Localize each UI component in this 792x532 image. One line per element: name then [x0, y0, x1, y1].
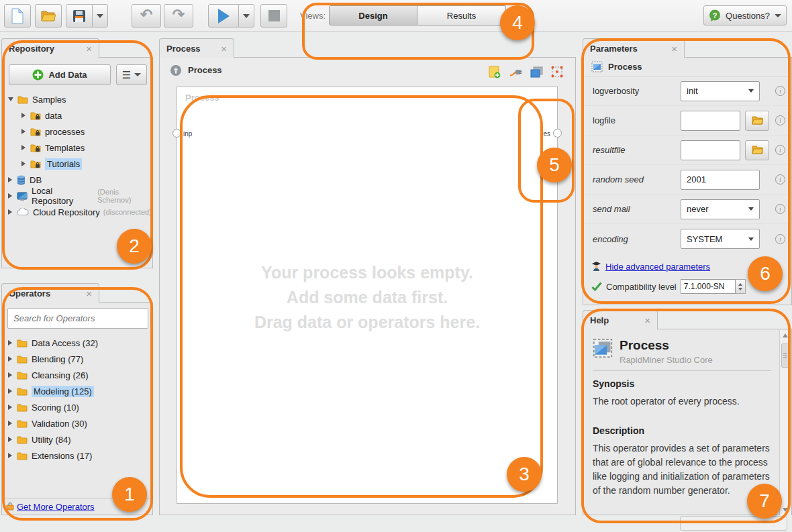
folder-icon [17, 95, 28, 104]
scrollbar-thumb[interactable] [781, 343, 789, 368]
close-icon[interactable]: × [74, 288, 92, 299]
resultfile-browse-button[interactable] [745, 140, 769, 160]
auto-fit-icon[interactable] [550, 65, 564, 78]
repository-menu-button[interactable]: ☰ [116, 64, 147, 85]
info-icon[interactable]: i [775, 174, 785, 184]
open-process-button[interactable] [35, 4, 62, 28]
expander-right-icon[interactable] [8, 405, 12, 410]
tab-parameters[interactable]: Parameters× [583, 38, 685, 58]
add-data-button[interactable]: Add Data [9, 64, 111, 85]
close-icon[interactable]: × [632, 315, 650, 326]
subprocess-layers-icon[interactable] [530, 65, 543, 78]
run-menu-button[interactable] [238, 4, 254, 28]
operator-group-cleansing[interactable]: Cleansing (26) [2, 367, 152, 383]
divider [593, 370, 771, 371]
repo-item-data[interactable]: data [2, 107, 152, 123]
info-icon[interactable]: i [775, 86, 785, 96]
operators-panel: Data Access (32) Blending (77) Cleansing… [1, 302, 153, 515]
repo-item-processes[interactable]: processes [2, 123, 152, 140]
hide-advanced-parameters-link[interactable]: Hide advanced parameters [605, 262, 710, 272]
expander-right-icon[interactable] [8, 193, 12, 199]
operator-group-extensions[interactable]: Extensions (17) [2, 447, 152, 464]
tab-process[interactable]: Process× [159, 38, 234, 58]
run-button[interactable] [208, 4, 239, 28]
tab-help[interactable]: Help× [583, 310, 658, 329]
operator-group-blending[interactable]: Blending (77) [2, 351, 152, 367]
operator-group-validation[interactable]: Validation (30) [2, 415, 152, 431]
spinner-arrows[interactable] [736, 279, 746, 294]
info-icon[interactable]: i [775, 234, 785, 244]
operator-group-data-access[interactable]: Data Access (32) [2, 335, 152, 351]
redo-button[interactable]: ↷ [164, 4, 193, 28]
scroll-up-icon[interactable] [783, 333, 788, 337]
new-file-icon [11, 8, 24, 24]
expander-right-icon[interactable] [8, 372, 12, 378]
close-icon[interactable]: × [74, 43, 92, 54]
repo-item-local-repository[interactable]: Local Repository (Denis Schernov) [2, 188, 152, 204]
operator-group-scoring[interactable]: Scoring (10) [2, 399, 152, 415]
close-icon[interactable]: × [209, 43, 227, 54]
expander-right-icon[interactable] [21, 145, 26, 150]
expander-right-icon[interactable] [8, 340, 12, 345]
param-row-logverbosity: logverbosity init i [583, 76, 791, 106]
expander-right-icon[interactable] [21, 113, 26, 118]
repo-item-templates[interactable]: Templates [2, 140, 152, 156]
undo-button[interactable]: ↶ [132, 4, 161, 28]
new-process-button[interactable] [4, 4, 31, 28]
compatibility-level-spinner[interactable]: 7.1.000-SN [681, 279, 746, 294]
param-row-logfile: logfile i [583, 106, 791, 136]
input-port-label: inp [183, 130, 192, 138]
random-seed-input[interactable] [681, 170, 760, 190]
stop-button[interactable] [260, 4, 287, 28]
expander-right-icon[interactable] [21, 129, 26, 134]
save-process-button[interactable] [66, 4, 93, 28]
operator-group-modeling[interactable]: Modeling (125) [2, 383, 152, 399]
operator-search-input[interactable] [7, 308, 148, 329]
tab-design[interactable]: Design [329, 5, 417, 25]
info-icon[interactable]: i [775, 145, 785, 155]
expander-right-icon[interactable] [8, 209, 12, 215]
repo-item-samples[interactable]: Samples [2, 91, 152, 107]
logfile-input[interactable] [681, 111, 740, 131]
auto-wire-icon[interactable] [509, 65, 522, 78]
encoding-select[interactable]: SYSTEM [681, 229, 760, 249]
expander-right-icon[interactable] [8, 356, 12, 362]
result-port[interactable] [553, 129, 562, 138]
expander-right-icon[interactable] [8, 437, 12, 442]
chevron-down-icon [748, 207, 754, 211]
repo-item-cloud-repository[interactable]: Cloud Repository (disconnected) [2, 204, 152, 220]
add-note-icon[interactable] [488, 65, 501, 78]
tab-operators[interactable]: Operators× [1, 283, 99, 303]
logverbosity-select[interactable]: init [681, 81, 760, 101]
close-icon[interactable]: × [659, 43, 677, 54]
input-port[interactable] [172, 129, 181, 138]
expander-right-icon[interactable] [8, 421, 12, 426]
rapidminer-window: ↶ ↷ Views: Design Results ? Questions? R… [0, 0, 792, 532]
tab-repository[interactable]: Repository× [1, 38, 99, 58]
monitor-icon [17, 192, 28, 201]
get-more-operators-link[interactable]: Get More Operators [17, 502, 95, 512]
locked-folder-icon [30, 111, 41, 120]
save-menu-button[interactable] [92, 4, 108, 28]
expander-right-icon[interactable] [8, 453, 12, 458]
resultfile-input[interactable] [681, 140, 740, 160]
info-icon[interactable]: i [775, 204, 785, 214]
repo-item-tutorials[interactable]: Tutorials [2, 156, 152, 172]
info-icon[interactable]: i [775, 115, 785, 125]
expander-down-icon[interactable] [8, 97, 13, 101]
locked-folder-icon [30, 160, 41, 168]
scroll-down-icon[interactable] [783, 508, 788, 512]
logfile-browse-button[interactable] [745, 111, 769, 131]
tab-results[interactable]: Results [417, 5, 506, 25]
operator-group-utility[interactable]: Utility (84) [2, 431, 152, 447]
cloud-icon [17, 208, 29, 216]
canvas-process-label: Process [185, 93, 219, 103]
send-mail-select[interactable]: never [681, 199, 760, 219]
expander-right-icon[interactable] [8, 388, 12, 394]
process-canvas[interactable]: Process inp res Your process looks empty… [177, 87, 558, 504]
expander-right-icon[interactable] [21, 161, 26, 166]
expander-right-icon[interactable] [8, 177, 12, 182]
help-scrollbar[interactable] [779, 330, 791, 515]
questions-button[interactable]: ? Questions? [703, 5, 787, 25]
status-dock-box [680, 516, 787, 531]
